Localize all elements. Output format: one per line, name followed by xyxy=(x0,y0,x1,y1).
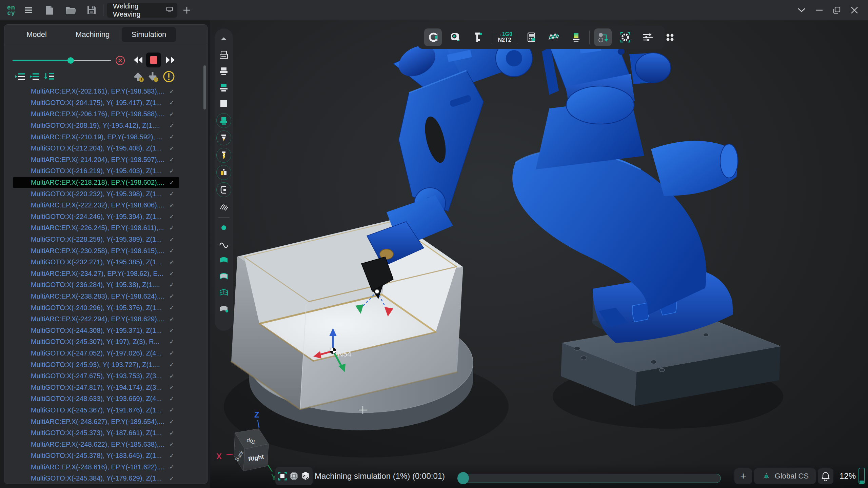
save-file-icon[interactable] xyxy=(85,3,98,17)
tab-machining[interactable]: Machining xyxy=(69,25,116,44)
gcode-item-checkmark[interactable]: ✓ xyxy=(169,292,174,300)
gcode-scrollbar-thumb[interactable] xyxy=(203,65,206,109)
open-folder-icon[interactable] xyxy=(64,3,77,17)
gcode-list-item[interactable]: MultiARC:EP.X(-248.622), EP.Y(-185.638),… xyxy=(13,439,179,450)
gcode-list-item[interactable]: MultiGOTO:X(-220.232), Y(-195.398), Z(1.… xyxy=(13,188,179,200)
gcode-list-item[interactable]: MultiARC:EP.X(-234.27), EP.Y(-198.62), E… xyxy=(13,268,179,280)
fit-view-icon[interactable] xyxy=(277,470,288,482)
gcode-item-checkmark[interactable]: ✓ xyxy=(169,145,174,152)
gcode-item-checkmark[interactable]: ✓ xyxy=(169,406,174,414)
fast-forward-button[interactable] xyxy=(163,53,178,67)
tape-measure-icon[interactable] xyxy=(447,28,464,46)
gcode-list-item[interactable]: MultiARC:EP.X(-238.283), EP.Y(-198.624),… xyxy=(13,291,179,302)
material-stack-icon[interactable] xyxy=(567,28,585,46)
gcode-item-checkmark[interactable]: ✓ xyxy=(169,259,174,266)
gcode-item-checkmark[interactable]: ✓ xyxy=(169,327,174,334)
surface-mesh-icon[interactable] xyxy=(217,286,231,300)
gcode-item-checkmark[interactable]: ✓ xyxy=(169,110,174,118)
gcode-list-item[interactable]: MultiGOTO:X(-247.817), Y(-194.174), Z(3.… xyxy=(13,382,179,393)
simulation-slider-knob[interactable] xyxy=(67,57,74,64)
stock-result-icon[interactable] xyxy=(217,81,231,94)
gcode-list-item[interactable]: MultiGOTO:X(-212.204), Y(-195.408), Z(1.… xyxy=(13,143,179,154)
step-over-list-icon[interactable] xyxy=(28,70,41,83)
control-panel-icon[interactable] xyxy=(522,28,540,46)
gcode-list-item[interactable]: MultiGOTO:X(-247.675), Y(-193.753), Z(3.… xyxy=(13,370,179,382)
gcode-list-item[interactable]: MultiGOTO:X(-216.219), Y(-195.403), Z(1.… xyxy=(13,165,179,177)
surface-shaded-icon[interactable] xyxy=(217,253,231,267)
gcode-list-item[interactable]: MultiGOTO:X(-208.19), Y(-195.412), Z(1..… xyxy=(13,120,179,131)
rewind-button[interactable] xyxy=(131,53,145,67)
orbit-view-icon[interactable] xyxy=(288,470,300,482)
gcode-item-checkmark[interactable]: ✓ xyxy=(169,190,174,198)
gcode-list-item[interactable]: MultiGOTO:X(-245.307), Y(-197), Z(3), R.… xyxy=(13,336,179,348)
gcode-item-checkmark[interactable]: ✓ xyxy=(169,304,174,311)
gcode-list-item[interactable]: MultiARC:EP.X(-222.232), EP.Y(-198.606),… xyxy=(13,200,179,211)
document-tab[interactable]: Welding Weaving xyxy=(107,3,177,18)
hatch-toolpath-icon[interactable] xyxy=(217,200,231,213)
close-button[interactable] xyxy=(846,3,863,18)
gcode-item-checkmark[interactable]: ✓ xyxy=(169,316,174,323)
gcode-item-checkmark[interactable]: ✓ xyxy=(169,167,174,175)
gcode-list-item[interactable]: MultiGOTO:X(-245.93), Y(-193.727), Z(1..… xyxy=(13,359,179,370)
add-view-button[interactable]: + xyxy=(734,468,752,484)
cancel-simulation-button[interactable] xyxy=(115,56,125,65)
gcode-list-item[interactable]: MultiARC:EP.X(-214.204), EP.Y(-198.597),… xyxy=(13,154,179,166)
show-point-icon[interactable] xyxy=(217,221,231,235)
surface-edges-icon[interactable] xyxy=(217,270,231,283)
stop-button[interactable] xyxy=(146,53,161,67)
gcode-item-checkmark[interactable]: ✓ xyxy=(169,349,174,357)
gcode-item-checkmark[interactable]: ✓ xyxy=(169,338,174,346)
gcode-item-checkmark[interactable]: ✓ xyxy=(169,418,174,425)
hamburger-menu-icon[interactable] xyxy=(22,3,35,17)
viewport-3d[interactable]: N54 Top Back Right Z X Y xyxy=(210,20,868,488)
gcode-list-item[interactable]: MultiGOTO:X(-228.259), Y(-195.389), Z(1.… xyxy=(13,234,179,245)
gcode-item-checkmark[interactable]: ✓ xyxy=(169,133,174,141)
gcode-list-item[interactable]: MultiARC:EP.X(-210.19), EP.Y(-198.592), … xyxy=(13,131,179,143)
warnings-icon[interactable] xyxy=(162,70,176,83)
gcode-item-checkmark[interactable]: ✓ xyxy=(169,247,174,255)
apps-grid-icon[interactable] xyxy=(661,28,679,46)
simulation-progress-knob[interactable] xyxy=(457,472,469,484)
gcode-list-item[interactable]: MultiARC:EP.X(-206.176), EP.Y(-198.588),… xyxy=(13,108,179,120)
gcode-list-item[interactable]: MultiARC:EP.X(-248.616), EP.Y(-181.622),… xyxy=(13,462,179,473)
display-mode-icon[interactable] xyxy=(166,6,173,15)
gcode-item-checkmark[interactable]: ✓ xyxy=(169,372,174,380)
goto-n2t2-icon[interactable]: →1G0 N2T2 xyxy=(496,28,513,46)
scene-3d[interactable]: N54 Top Back Right Z X Y xyxy=(210,20,868,488)
gcode-list-item[interactable]: MultiARC:EP.X(-230.258), EP.Y(-198.615),… xyxy=(13,245,179,257)
gcode-list-item[interactable]: MultiARC:EP.X(-226.245), EP.Y(-198.611),… xyxy=(13,222,179,234)
gcode-list-item[interactable]: MultiARC:EP.X(-242.294), EP.Y(-198.629),… xyxy=(13,313,179,325)
surface-analysis-icon[interactable] xyxy=(217,302,231,316)
gcode-item-checkmark[interactable]: ✓ xyxy=(169,156,174,163)
gcode-item-checkmark[interactable]: ✓ xyxy=(169,441,174,448)
gcode-item-checkmark[interactable]: ✓ xyxy=(169,475,174,482)
gcode-list-item[interactable]: MultiGOTO:X(-224.246), Y(-195.394), Z(1.… xyxy=(13,211,179,223)
caliper-icon[interactable] xyxy=(469,28,487,46)
gcode-list-item[interactable]: MultiGOTO:X(-232.271), Y(-195.385), Z(1.… xyxy=(13,257,179,268)
tab-model[interactable]: Model xyxy=(18,25,55,44)
gcode-item-checkmark[interactable]: ✓ xyxy=(169,224,174,232)
gcode-list-item[interactable]: MultiGOTO:X(-247.052), Y(-197.026), Z(4.… xyxy=(13,348,179,359)
gcode-list-item[interactable]: MultiARC:EP.X(-218.218), EP.Y(-198.602),… xyxy=(13,177,179,188)
step-into-list-icon[interactable] xyxy=(13,70,27,83)
scroll-up-icon[interactable] xyxy=(217,32,231,45)
gcode-list-item[interactable]: MultiGOTO:X(-236.284), Y(-195.38), Z(1..… xyxy=(13,279,179,291)
stock-wireframe-icon[interactable] xyxy=(217,48,231,62)
gcode-item-checkmark[interactable]: ✓ xyxy=(169,361,174,368)
gcode-item-checkmark[interactable]: ✓ xyxy=(169,236,174,243)
new-file-icon[interactable] xyxy=(43,3,56,17)
gear-framed-icon[interactable] xyxy=(616,28,634,46)
gcode-item-checkmark[interactable]: ✓ xyxy=(169,88,174,95)
tool-machine-icon[interactable] xyxy=(216,182,231,197)
gcode-list-item[interactable]: MultiGOTO:X(-240.296), Y(-195.376), Z(1.… xyxy=(13,302,179,313)
stock-plain-icon[interactable] xyxy=(217,97,231,110)
gcode-list-item[interactable]: MultiARC:EP.X(-248.627), EP.Y(-189.654),… xyxy=(13,416,179,427)
coordinate-system-button[interactable]: Global CS xyxy=(754,468,816,484)
gcode-item-checkmark[interactable]: ✓ xyxy=(169,395,174,403)
step-order-list-icon[interactable] xyxy=(42,70,56,83)
show-curve-icon[interactable] xyxy=(217,237,231,251)
gcode-item-checkmark[interactable]: ✓ xyxy=(169,270,174,277)
simulation-settings-icon[interactable] xyxy=(639,28,656,46)
tool-drill-icon[interactable] xyxy=(216,148,231,163)
isometric-view-icon[interactable] xyxy=(300,470,311,482)
